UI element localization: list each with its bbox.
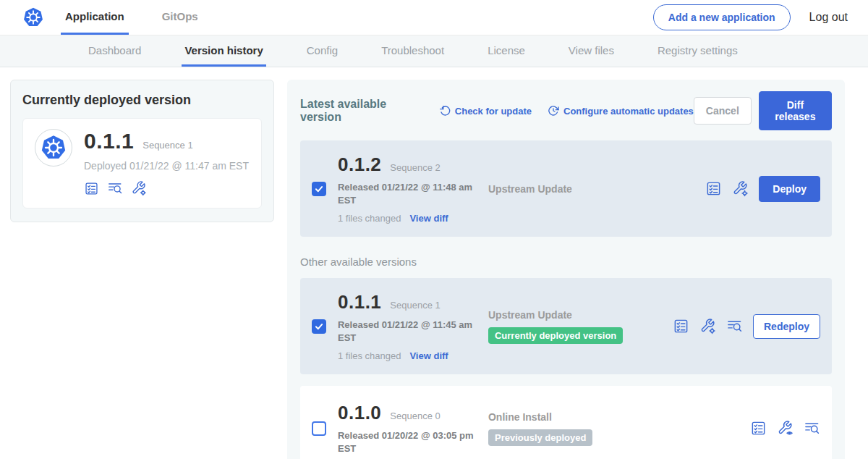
view-diff-link[interactable]: View diff: [409, 350, 448, 361]
version-source-label: Upstream Update: [488, 309, 673, 321]
version-checkbox-unchecked[interactable]: [312, 421, 326, 436]
logout-link[interactable]: Log out: [809, 11, 848, 24]
wrench-gear-icon[interactable]: [131, 180, 147, 196]
kubernetes-logo-icon: [39, 133, 68, 162]
version-checkbox-checked[interactable]: [312, 319, 326, 334]
subnav-item-view-files[interactable]: View files: [566, 35, 617, 67]
previously-deployed-badge: Previously deployed: [488, 429, 592, 446]
check-for-update-link[interactable]: Check for update: [439, 105, 532, 117]
version-row-0-1-0: 0.1.0 Sequence 0 Released 01/20/22 @ 03:…: [300, 386, 832, 459]
released-timestamp: Released 01/20/22 @ 03:05 pm EST: [338, 429, 474, 455]
tab-gitops[interactable]: GitOps: [158, 0, 203, 35]
checkmark-icon: [314, 184, 324, 194]
kubernetes-logo-icon: [22, 6, 45, 29]
wrench-gear-icon[interactable]: [732, 180, 749, 197]
version-number: 0.1.2: [338, 153, 381, 176]
check-for-update-label: Check for update: [455, 106, 532, 117]
sequence-label: Sequence 1: [390, 300, 440, 311]
version-number: 0.1.0: [338, 402, 381, 424]
subnav-item-dashboard[interactable]: Dashboard: [85, 35, 144, 67]
configure-automatic-updates-link[interactable]: Configure automatic updates: [548, 105, 694, 117]
version-history-panel: Latest available version Check for updat…: [287, 80, 845, 459]
deployed-version-number: 0.1.1: [84, 129, 134, 153]
preflight-checklist-icon[interactable]: [84, 181, 99, 196]
add-new-application-button[interactable]: Add a new application: [653, 4, 791, 30]
tab-application[interactable]: Application: [61, 0, 129, 35]
checkmark-icon: [314, 321, 324, 332]
redeploy-button[interactable]: Redeploy: [753, 314, 820, 339]
subnav-item-license[interactable]: License: [485, 35, 528, 67]
currently-deployed-badge: Currently deployed version: [488, 327, 623, 344]
other-available-versions-title: Other available versions: [300, 256, 832, 268]
latest-available-title: Latest available version: [300, 98, 423, 124]
subnav-item-registry-settings[interactable]: Registry settings: [655, 35, 741, 67]
version-number: 0.1.1: [338, 291, 381, 313]
deployed-sequence-label: Sequence 1: [142, 140, 192, 151]
lines-magnifier-icon[interactable]: [804, 420, 820, 437]
version-source-label: Online Install: [488, 411, 673, 423]
subnav-item-config[interactable]: Config: [304, 35, 341, 67]
preflight-checklist-icon[interactable]: [673, 318, 689, 334]
deploy-button[interactable]: Deploy: [759, 176, 820, 202]
main-content: Currently deployed version 0.1.1 Sequenc…: [0, 67, 868, 459]
subnav-item-troubleshoot[interactable]: Troubleshoot: [378, 35, 447, 67]
app-subnav: Dashboard Version history Config Trouble…: [0, 35, 868, 67]
view-diff-link[interactable]: View diff: [409, 213, 448, 224]
app-logo[interactable]: [0, 0, 61, 35]
deployed-timestamp: Deployed 01/21/22 @ 11:47 am EST: [84, 160, 249, 172]
files-changed-label: 1 files changed: [338, 350, 401, 361]
currently-deployed-title: Currently deployed version: [22, 93, 262, 108]
currently-deployed-card: Currently deployed version 0.1.1 Sequenc…: [10, 80, 274, 222]
tab-application-label: Application: [65, 10, 124, 22]
refresh-icon: [439, 105, 451, 117]
deployed-version-card: 0.1.1 Sequence 1 Deployed 01/21/22 @ 11:…: [22, 118, 262, 209]
sequence-label: Sequence 2: [390, 162, 440, 173]
version-row-0-1-1: 0.1.1 Sequence 1 Released 01/21/22 @ 11:…: [300, 278, 832, 374]
released-timestamp: Released 01/21/22 @ 11:45 am EST: [338, 319, 474, 344]
version-row-0-1-2: 0.1.2 Sequence 2 Released 01/21/22 @ 11:…: [300, 140, 832, 237]
configure-automatic-updates-label: Configure automatic updates: [563, 106, 694, 117]
clock-refresh-icon: [548, 105, 559, 117]
wrench-gear-icon[interactable]: [699, 318, 716, 334]
version-source-label: Upstream Update: [488, 183, 673, 195]
preflight-checklist-icon[interactable]: [705, 180, 722, 197]
subnav-item-version-history[interactable]: Version history: [182, 35, 265, 67]
top-navbar: Application GitOps Add a new application…: [0, 0, 868, 35]
latest-version-header: Latest available version Check for updat…: [300, 91, 832, 130]
files-changed-label: 1 files changed: [338, 213, 401, 224]
wrench-eye-icon[interactable]: [777, 420, 793, 437]
cancel-button[interactable]: Cancel: [694, 97, 752, 125]
version-checkbox-checked[interactable]: [312, 182, 326, 196]
sequence-label: Sequence 0: [390, 410, 440, 421]
preflight-checklist-icon[interactable]: [750, 420, 767, 437]
diff-releases-button[interactable]: Diff releases: [759, 91, 832, 130]
lines-magnifier-icon[interactable]: [107, 180, 123, 196]
tab-gitops-label: GitOps: [162, 10, 198, 22]
lines-magnifier-icon[interactable]: [726, 318, 743, 334]
released-timestamp: Released 01/21/22 @ 11:48 am EST: [338, 181, 474, 206]
app-icon-badge: [35, 129, 72, 167]
